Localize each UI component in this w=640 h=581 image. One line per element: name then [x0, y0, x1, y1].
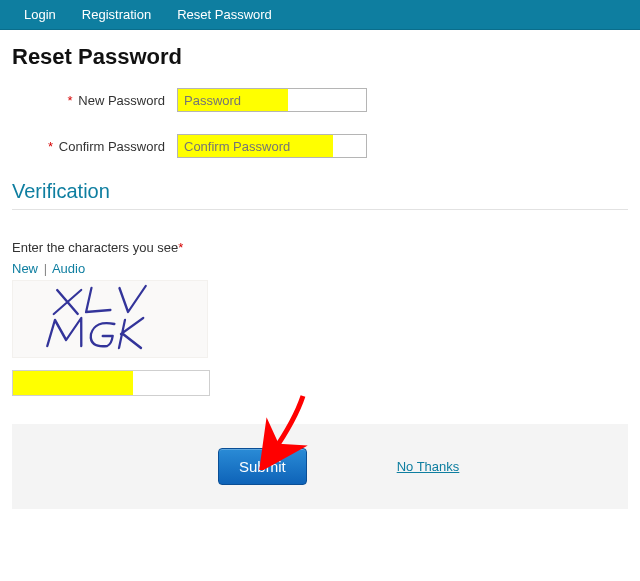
section-divider — [12, 209, 628, 210]
row-new-password: * New Password — [12, 88, 628, 112]
page-title: Reset Password — [12, 44, 628, 70]
nav-login[interactable]: Login — [24, 7, 56, 22]
no-thanks-link[interactable]: No Thanks — [397, 459, 460, 474]
action-bar: Submit No Thanks — [12, 424, 628, 509]
captcha-new-link[interactable]: New — [12, 261, 38, 276]
required-marker: * — [48, 139, 53, 154]
label-new-password: * New Password — [12, 93, 177, 108]
submit-button[interactable]: Submit — [218, 448, 307, 485]
verification-heading: Verification — [12, 180, 628, 203]
new-password-input[interactable] — [177, 88, 367, 112]
label-text-confirm-password: Confirm Password — [59, 139, 165, 154]
nav-registration[interactable]: Registration — [82, 7, 151, 22]
captcha-image — [12, 280, 208, 358]
captcha-audio-link[interactable]: Audio — [52, 261, 85, 276]
confirm-password-input[interactable] — [177, 134, 367, 158]
label-text-new-password: New Password — [78, 93, 165, 108]
captcha-prompt-text: Enter the characters you see — [12, 240, 178, 255]
row-confirm-password: * Confirm Password — [12, 134, 628, 158]
label-confirm-password: * Confirm Password — [12, 139, 177, 154]
captcha-prompt: Enter the characters you see* — [12, 240, 628, 255]
captcha-svg — [20, 284, 200, 354]
captcha-input[interactable] — [12, 370, 210, 396]
required-marker: * — [178, 240, 183, 255]
nav-reset-password[interactable]: Reset Password — [177, 7, 272, 22]
top-navbar: Login Registration Reset Password — [0, 0, 640, 30]
captcha-link-divider: | — [44, 261, 47, 276]
captcha-block: Enter the characters you see* New | Audi… — [12, 240, 628, 396]
page-body: Reset Password * New Password * Confirm … — [0, 30, 640, 509]
required-marker: * — [68, 93, 73, 108]
captcha-links: New | Audio — [12, 261, 628, 276]
